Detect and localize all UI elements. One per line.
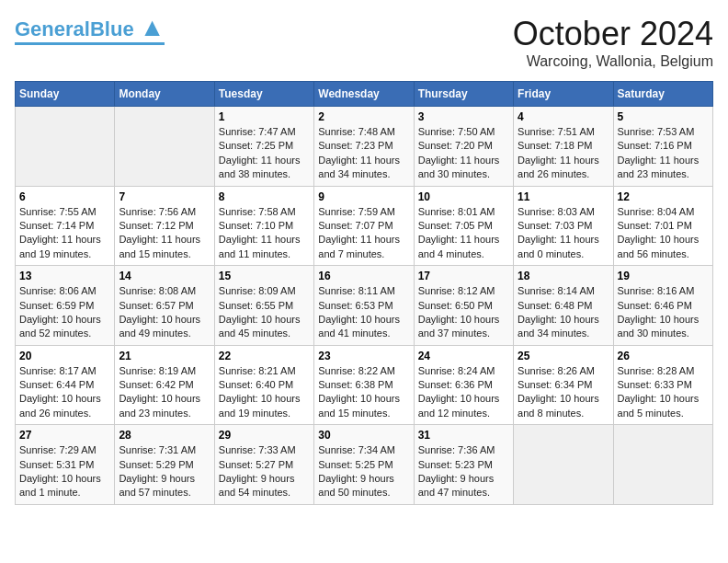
day-info: Sunrise: 7:50 AMSunset: 7:20 PMDaylight:…	[418, 125, 509, 182]
day-number: 19	[618, 270, 709, 282]
calendar-week-row: 13Sunrise: 8:06 AMSunset: 6:59 PMDayligh…	[16, 266, 713, 346]
page-header: GeneralBlue ▲ October 2024 Warcoing, Wal…	[15, 15, 713, 70]
calendar-cell: 19Sunrise: 8:16 AMSunset: 6:46 PMDayligh…	[613, 266, 712, 346]
logo-blue: Blue	[90, 17, 134, 40]
day-number: 23	[318, 350, 409, 362]
calendar-cell: 26Sunrise: 8:28 AMSunset: 6:33 PMDayligh…	[613, 345, 712, 425]
day-number: 1	[219, 110, 310, 123]
day-number: 12	[618, 190, 709, 203]
day-number: 21	[119, 350, 210, 362]
day-info: Sunrise: 7:34 AMSunset: 5:25 PMDaylight:…	[318, 443, 409, 500]
calendar-cell: 8Sunrise: 7:58 AMSunset: 7:10 PMDaylight…	[214, 186, 313, 266]
day-info: Sunrise: 7:31 AMSunset: 5:29 PMDaylight:…	[119, 443, 210, 500]
day-info: Sunrise: 8:03 AMSunset: 7:03 PMDaylight:…	[518, 205, 609, 262]
calendar-cell: 4Sunrise: 7:51 AMSunset: 7:18 PMDaylight…	[514, 107, 613, 187]
day-header-sunday: Sunday	[16, 82, 115, 107]
calendar-cell: 5Sunrise: 7:53 AMSunset: 7:16 PMDaylight…	[613, 107, 712, 187]
day-number: 13	[19, 270, 110, 282]
calendar-cell: 13Sunrise: 8:06 AMSunset: 6:59 PMDayligh…	[16, 266, 115, 346]
calendar-body: 1Sunrise: 7:47 AMSunset: 7:25 PMDaylight…	[16, 107, 713, 505]
day-headers-row: SundayMondayTuesdayWednesdayThursdayFrid…	[16, 82, 713, 107]
day-number: 27	[19, 429, 110, 442]
day-number: 6	[19, 190, 110, 203]
day-info: Sunrise: 7:51 AMSunset: 7:18 PMDaylight:…	[518, 125, 609, 182]
logo-general: General	[15, 17, 90, 40]
day-info: Sunrise: 8:17 AMSunset: 6:44 PMDaylight:…	[19, 364, 110, 421]
day-info: Sunrise: 8:08 AMSunset: 6:57 PMDaylight:…	[119, 284, 210, 341]
day-number: 3	[418, 110, 509, 123]
calendar-cell: 14Sunrise: 8:08 AMSunset: 6:57 PMDayligh…	[115, 266, 214, 346]
calendar-week-row: 27Sunrise: 7:29 AMSunset: 5:31 PMDayligh…	[16, 425, 713, 505]
calendar-week-row: 1Sunrise: 7:47 AMSunset: 7:25 PMDaylight…	[16, 107, 713, 187]
day-info: Sunrise: 8:04 AMSunset: 7:01 PMDaylight:…	[618, 205, 709, 262]
day-info: Sunrise: 8:24 AMSunset: 6:36 PMDaylight:…	[418, 364, 509, 421]
day-number: 24	[418, 350, 509, 362]
day-info: Sunrise: 7:53 AMSunset: 7:16 PMDaylight:…	[618, 125, 709, 182]
calendar-cell: 25Sunrise: 8:26 AMSunset: 6:34 PMDayligh…	[514, 345, 613, 425]
day-number: 14	[119, 270, 210, 282]
day-info: Sunrise: 7:36 AMSunset: 5:23 PMDaylight:…	[418, 443, 509, 500]
day-info: Sunrise: 8:16 AMSunset: 6:46 PMDaylight:…	[618, 284, 709, 341]
calendar-cell: 22Sunrise: 8:21 AMSunset: 6:40 PMDayligh…	[214, 345, 313, 425]
day-info: Sunrise: 8:19 AMSunset: 6:42 PMDaylight:…	[119, 364, 210, 421]
day-number: 26	[618, 350, 709, 362]
day-number: 20	[19, 350, 110, 362]
day-info: Sunrise: 8:01 AMSunset: 7:05 PMDaylight:…	[418, 205, 509, 262]
day-info: Sunrise: 8:28 AMSunset: 6:33 PMDaylight:…	[618, 364, 709, 421]
day-info: Sunrise: 8:11 AMSunset: 6:53 PMDaylight:…	[318, 284, 409, 341]
day-info: Sunrise: 7:33 AMSunset: 5:27 PMDaylight:…	[219, 443, 310, 500]
calendar-cell: 27Sunrise: 7:29 AMSunset: 5:31 PMDayligh…	[16, 425, 115, 505]
logo-text: GeneralBlue ▲	[15, 15, 165, 40]
calendar-week-row: 20Sunrise: 8:17 AMSunset: 6:44 PMDayligh…	[16, 345, 713, 425]
calendar-cell: 2Sunrise: 7:48 AMSunset: 7:23 PMDaylight…	[314, 107, 414, 187]
day-number: 17	[418, 270, 509, 282]
day-info: Sunrise: 7:48 AMSunset: 7:23 PMDaylight:…	[318, 125, 409, 182]
day-info: Sunrise: 7:58 AMSunset: 7:10 PMDaylight:…	[219, 205, 310, 262]
day-header-tuesday: Tuesday	[214, 82, 313, 107]
calendar-cell	[514, 425, 613, 505]
day-number: 11	[518, 190, 609, 203]
day-info: Sunrise: 8:12 AMSunset: 6:50 PMDaylight:…	[418, 284, 509, 341]
day-number: 30	[318, 429, 409, 442]
calendar-cell	[16, 107, 115, 187]
calendar-cell: 23Sunrise: 8:22 AMSunset: 6:38 PMDayligh…	[314, 345, 414, 425]
day-header-wednesday: Wednesday	[314, 82, 414, 107]
day-info: Sunrise: 8:09 AMSunset: 6:55 PMDaylight:…	[219, 284, 310, 341]
day-number: 28	[119, 429, 210, 442]
title-block: October 2024 Warcoing, Wallonia, Belgium	[513, 15, 713, 70]
calendar-cell: 12Sunrise: 8:04 AMSunset: 7:01 PMDayligh…	[613, 186, 712, 266]
logo: GeneralBlue ▲	[15, 15, 165, 45]
calendar-cell: 30Sunrise: 7:34 AMSunset: 5:25 PMDayligh…	[314, 425, 414, 505]
day-info: Sunrise: 8:06 AMSunset: 6:59 PMDaylight:…	[19, 284, 110, 341]
calendar-cell: 16Sunrise: 8:11 AMSunset: 6:53 PMDayligh…	[314, 266, 414, 346]
calendar-cell: 15Sunrise: 8:09 AMSunset: 6:55 PMDayligh…	[214, 266, 313, 346]
calendar-cell: 1Sunrise: 7:47 AMSunset: 7:25 PMDaylight…	[214, 107, 313, 187]
calendar-cell: 28Sunrise: 7:31 AMSunset: 5:29 PMDayligh…	[115, 425, 214, 505]
calendar-cell	[613, 425, 712, 505]
calendar-cell: 29Sunrise: 7:33 AMSunset: 5:27 PMDayligh…	[214, 425, 313, 505]
calendar-cell: 31Sunrise: 7:36 AMSunset: 5:23 PMDayligh…	[414, 425, 513, 505]
day-info: Sunrise: 7:55 AMSunset: 7:14 PMDaylight:…	[19, 205, 110, 262]
day-number: 7	[119, 190, 210, 203]
day-info: Sunrise: 7:56 AMSunset: 7:12 PMDaylight:…	[119, 205, 210, 262]
day-info: Sunrise: 8:14 AMSunset: 6:48 PMDaylight:…	[518, 284, 609, 341]
calendar-week-row: 6Sunrise: 7:55 AMSunset: 7:14 PMDaylight…	[16, 186, 713, 266]
day-header-friday: Friday	[514, 82, 613, 107]
day-header-monday: Monday	[115, 82, 214, 107]
calendar-cell: 18Sunrise: 8:14 AMSunset: 6:48 PMDayligh…	[514, 266, 613, 346]
calendar-cell: 6Sunrise: 7:55 AMSunset: 7:14 PMDaylight…	[16, 186, 115, 266]
calendar-header: SundayMondayTuesdayWednesdayThursdayFrid…	[16, 82, 713, 107]
day-number: 5	[618, 110, 709, 123]
day-number: 9	[318, 190, 409, 203]
day-number: 16	[318, 270, 409, 282]
day-info: Sunrise: 7:29 AMSunset: 5:31 PMDaylight:…	[19, 443, 110, 500]
location-subtitle: Warcoing, Wallonia, Belgium	[513, 53, 713, 70]
day-info: Sunrise: 8:21 AMSunset: 6:40 PMDaylight:…	[219, 364, 310, 421]
calendar-cell: 20Sunrise: 8:17 AMSunset: 6:44 PMDayligh…	[16, 345, 115, 425]
calendar-cell: 3Sunrise: 7:50 AMSunset: 7:20 PMDaylight…	[414, 107, 513, 187]
calendar-cell: 24Sunrise: 8:24 AMSunset: 6:36 PMDayligh…	[414, 345, 513, 425]
calendar-cell: 7Sunrise: 7:56 AMSunset: 7:12 PMDaylight…	[115, 186, 214, 266]
calendar-cell: 11Sunrise: 8:03 AMSunset: 7:03 PMDayligh…	[514, 186, 613, 266]
calendar-cell: 10Sunrise: 8:01 AMSunset: 7:05 PMDayligh…	[414, 186, 513, 266]
logo-wave-icon: ▲	[140, 13, 165, 41]
